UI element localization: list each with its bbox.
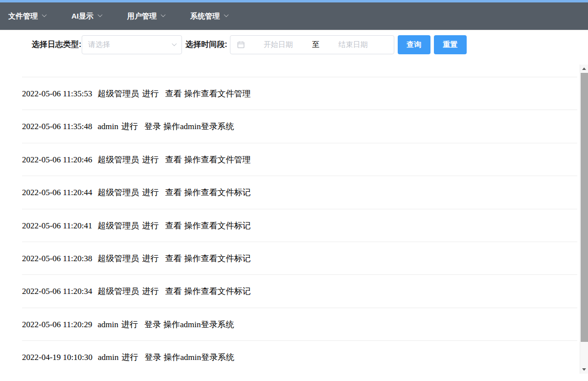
log-detail: 操作查看文件标记 bbox=[184, 221, 250, 230]
log-action: 登录 bbox=[145, 353, 161, 362]
start-date-input[interactable]: 开始日期 bbox=[245, 40, 312, 49]
log-list-area: 2022-05-06 11:35:53超级管理员进行查看操作查看文件管理 202… bbox=[0, 65, 588, 374]
log-verb: 进行 bbox=[142, 254, 158, 263]
chevron-down-icon bbox=[98, 12, 103, 17]
calendar-icon bbox=[237, 41, 245, 48]
log-verb: 进行 bbox=[122, 353, 138, 362]
log-user: 超级管理员 bbox=[97, 221, 139, 230]
log-verb: 进行 bbox=[121, 122, 138, 131]
log-action: 查看 bbox=[165, 254, 181, 263]
log-action: 登录 bbox=[144, 122, 161, 131]
log-time: 2022-05-06 11:20:41 bbox=[22, 221, 92, 230]
log-type-label: 选择日志类型: bbox=[32, 40, 81, 50]
filter-bar: 选择日志类型: 请选择 选择时间段: 开始日期 至 结束日期 查询 重置 bbox=[32, 35, 588, 54]
log-time: 2022-05-06 11:20:34 bbox=[22, 287, 92, 296]
log-detail: 操作admin登录系统 bbox=[163, 122, 234, 131]
log-time: 2022-05-06 11:35:48 bbox=[22, 122, 92, 131]
log-time: 2022-04-19 10:10:30 bbox=[22, 353, 92, 362]
date-range-separator: 至 bbox=[312, 40, 319, 49]
scrollbar-up-button[interactable] bbox=[580, 65, 588, 73]
log-user: 超级管理员 bbox=[97, 254, 139, 263]
log-user: admin bbox=[98, 353, 119, 362]
log-action: 查看 bbox=[165, 188, 181, 197]
nav-menu-item[interactable]: 用户管理 bbox=[119, 2, 175, 30]
log-row: 2022-05-06 11:20:29admin进行登录操作admin登录系统 bbox=[22, 308, 577, 340]
log-verb: 进行 bbox=[142, 155, 158, 164]
log-action: 查看 bbox=[165, 221, 181, 230]
log-user: 超级管理员 bbox=[97, 287, 139, 296]
log-row: 2022-05-06 11:35:48admin进行登录操作admin登录系统 bbox=[22, 110, 577, 142]
log-time: 2022-05-06 11:20:46 bbox=[22, 155, 92, 164]
log-action: 查看 bbox=[165, 287, 181, 296]
log-detail: 操作查看文件标记 bbox=[184, 287, 250, 296]
log-verb: 进行 bbox=[142, 89, 158, 98]
log-detail: 操作查看文件标记 bbox=[184, 188, 250, 197]
nav-menu-label: 文件管理 bbox=[8, 12, 38, 21]
chevron-down-icon bbox=[224, 12, 229, 17]
log-detail: 操作admin登录系统 bbox=[164, 353, 235, 362]
log-user: 超级管理员 bbox=[97, 89, 139, 98]
log-user: admin bbox=[97, 320, 118, 329]
log-detail: 操作查看文件管理 bbox=[184, 155, 250, 164]
log-verb: 进行 bbox=[142, 221, 158, 230]
log-verb: 进行 bbox=[121, 320, 138, 329]
log-row: 2022-05-06 11:20:34超级管理员进行查看操作查看文件标记 bbox=[22, 274, 577, 307]
log-type-select-placeholder: 请选择 bbox=[88, 40, 110, 49]
nav-menu-item[interactable]: 文件管理 bbox=[0, 2, 56, 30]
log-row: 2022-05-06 11:20:46超级管理员进行查看操作查看文件管理 bbox=[22, 143, 577, 176]
log-row: 2022-05-06 11:20:41超级管理员进行查看操作查看文件标记 bbox=[22, 209, 577, 242]
chevron-down-icon bbox=[42, 12, 47, 17]
log-action: 查看 bbox=[165, 89, 181, 98]
log-type-select[interactable]: 请选择 bbox=[82, 35, 182, 54]
log-row: 2022-04-19 10:10:30admin进行登录操作admin登录系统 bbox=[22, 340, 577, 373]
scrollbar-down-button[interactable] bbox=[580, 365, 588, 374]
log-user: admin bbox=[97, 122, 118, 131]
log-row: 2022-05-06 11:20:44超级管理员进行查看操作查看文件标记 bbox=[22, 176, 577, 208]
log-user: 超级管理员 bbox=[97, 155, 139, 164]
chevron-down-icon bbox=[172, 41, 177, 46]
nav-menu-item[interactable]: 系统管理 bbox=[182, 2, 238, 30]
nav-menu-label: 用户管理 bbox=[127, 12, 157, 21]
log-time: 2022-05-06 11:20:38 bbox=[22, 254, 92, 263]
nav-menu-label: AI显示 bbox=[71, 12, 93, 21]
scroll-up-icon bbox=[582, 67, 586, 70]
log-time: 2022-05-06 11:20:29 bbox=[22, 320, 92, 329]
scroll-down-icon bbox=[582, 368, 586, 371]
scrollbar-thumb[interactable] bbox=[581, 73, 588, 342]
log-verb: 进行 bbox=[142, 188, 158, 197]
log-row: 2022-05-06 11:35:53超级管理员进行查看操作查看文件管理 bbox=[22, 77, 577, 110]
log-time: 2022-05-06 11:20:44 bbox=[22, 188, 92, 197]
chevron-down-icon bbox=[161, 12, 166, 17]
nav-menu-label: 系统管理 bbox=[190, 12, 220, 21]
log-user: 超级管理员 bbox=[97, 188, 139, 197]
log-detail: 操作查看文件管理 bbox=[184, 89, 250, 98]
log-action: 查看 bbox=[165, 155, 181, 164]
reset-button[interactable]: 重置 bbox=[434, 35, 467, 54]
log-detail: 操作查看文件标记 bbox=[184, 254, 250, 263]
log-action: 登录 bbox=[144, 320, 161, 329]
query-button[interactable]: 查询 bbox=[398, 35, 430, 54]
log-list: 2022-05-06 11:35:53超级管理员进行查看操作查看文件管理 202… bbox=[0, 77, 577, 374]
end-date-input[interactable]: 结束日期 bbox=[319, 40, 387, 49]
main-navbar: 文件管理 AI显示 用户管理 系统管理 bbox=[0, 2, 588, 30]
vertical-scrollbar[interactable] bbox=[580, 65, 588, 374]
nav-menu-item[interactable]: AI显示 bbox=[63, 2, 112, 30]
log-detail: 操作admin登录系统 bbox=[163, 320, 234, 329]
time-range-label: 选择时间段: bbox=[185, 40, 227, 50]
date-range-picker[interactable]: 开始日期 至 结束日期 bbox=[230, 35, 394, 54]
log-verb: 进行 bbox=[142, 287, 158, 296]
log-row: 2022-05-06 11:20:38超级管理员进行查看操作查看文件标记 bbox=[22, 242, 577, 274]
log-time: 2022-05-06 11:35:53 bbox=[22, 89, 92, 98]
